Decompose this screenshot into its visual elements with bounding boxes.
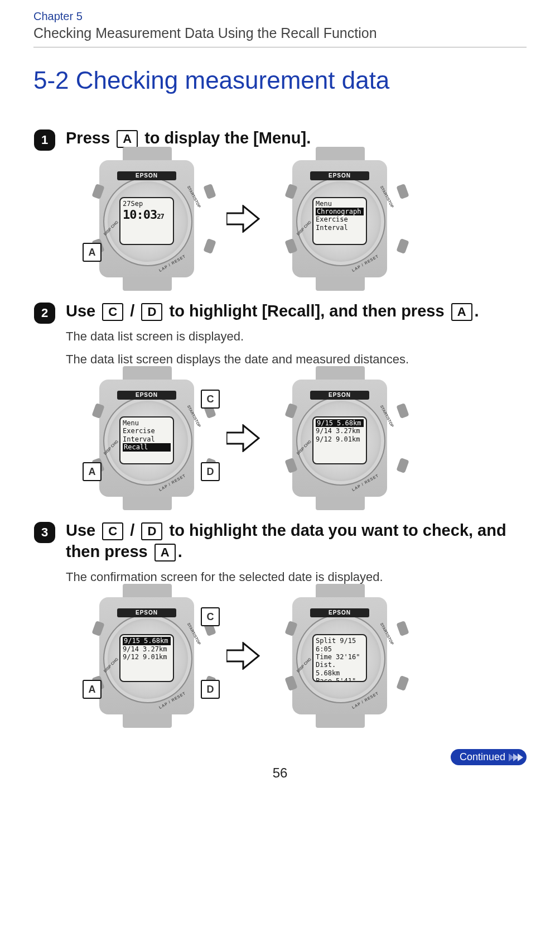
arrow-right-icon: [226, 424, 260, 452]
watch-screen: MenuChronographExerciseInterval: [312, 197, 367, 245]
watch-illustration: EPSON DISP CHG START/STOP LAP / RESET 9/…: [276, 380, 404, 497]
step-1: 1 Press A to display the [Menu]. EPSON D…: [33, 128, 527, 277]
brand-label: EPSON: [117, 391, 176, 400]
callout-key-c: C: [201, 390, 220, 409]
step-number-badge: 1: [33, 129, 56, 151]
step-heading: Press A to display the [Menu].: [66, 128, 527, 149]
step-2: 2 Use C / D to highlight [Recall], and t…: [33, 301, 527, 497]
brand-label: EPSON: [117, 608, 176, 617]
callout-key-c: C: [201, 607, 220, 626]
watch-screen: MenuExerciseIntervalRecall: [119, 416, 174, 464]
step-3: 3 Use C / D to highlight the data you wa…: [33, 520, 527, 714]
continued-label: Continued: [460, 751, 505, 763]
key-a: A: [155, 544, 176, 562]
key-a: A: [117, 130, 138, 148]
watch-illustration: EPSON DISP CHG START/STOP LAP / RESET Me…: [276, 160, 404, 277]
brand-label: EPSON: [310, 171, 369, 180]
key-c: C: [102, 303, 123, 321]
svg-marker-8: [226, 643, 259, 669]
callout-key-d: D: [201, 680, 220, 699]
step-number-badge: 2: [33, 302, 56, 324]
svg-text:2: 2: [41, 306, 48, 320]
svg-marker-2: [226, 206, 259, 232]
watch-screen: 9/15 5.68km9/14 3.27km9/12 9.01km: [119, 634, 174, 682]
key-a: A: [451, 303, 472, 321]
svg-text:3: 3: [41, 525, 48, 539]
figure-row: EPSON DISP CHG START/STOP LAP / RESET 9/…: [83, 597, 527, 714]
svg-marker-5: [226, 425, 259, 451]
step-description: The data list screen is displayed.: [66, 328, 527, 345]
step-heading: Use C / D to highlight [Recall], and the…: [66, 301, 527, 322]
arrow-right-icon: [226, 205, 260, 233]
watch-illustration: EPSON DISP CHG START/STOP LAP / RESET 27…: [83, 160, 211, 277]
arrow-right-icon: [226, 642, 260, 670]
svg-text:1: 1: [41, 133, 48, 147]
step-number-badge: 3: [33, 521, 56, 544]
callout-key-a: A: [83, 680, 102, 699]
step-heading: Use C / D to highlight the data you want…: [66, 520, 527, 562]
brand-label: EPSON: [310, 608, 369, 617]
watch-screen: 9/15 5.68km9/14 3.27km9/12 9.01km: [312, 416, 367, 464]
watch-screen: 27Sep10:0327: [119, 197, 174, 245]
key-d: D: [141, 522, 162, 540]
watch-illustration: EPSON DISP CHG START/STOP LAP / RESET Sp…: [276, 597, 404, 714]
watch-screen: Split 9/15 6:05Time 32'16"Dist. 5.68kmPa…: [312, 634, 367, 682]
figure-row: EPSON DISP CHG START/STOP LAP / RESET Me…: [83, 380, 527, 497]
figure-row: EPSON DISP CHG START/STOP LAP / RESET 27…: [83, 160, 527, 277]
continued-indicator: Continued: [451, 749, 527, 765]
key-c: C: [102, 522, 123, 540]
callout-key-a: A: [83, 462, 102, 481]
chapter-label: Chapter 5: [33, 10, 527, 23]
callout-key-d: D: [201, 462, 220, 481]
page: Chapter 5 Checking Measurement Data Usin…: [0, 0, 560, 798]
brand-label: EPSON: [310, 391, 369, 400]
brand-label: EPSON: [117, 171, 176, 180]
watch-illustration: EPSON DISP CHG START/STOP LAP / RESET 9/…: [83, 597, 211, 714]
chapter-subtitle: Checking Measurement Data Using the Reca…: [33, 25, 527, 47]
page-number: 56: [33, 765, 527, 781]
chevron-right-icon: [510, 754, 523, 761]
key-d: D: [141, 303, 162, 321]
section-title: 5-2 Checking measurement data: [33, 66, 527, 94]
watch-illustration: EPSON DISP CHG START/STOP LAP / RESET Me…: [83, 380, 211, 497]
callout-key-a: A: [83, 243, 102, 262]
